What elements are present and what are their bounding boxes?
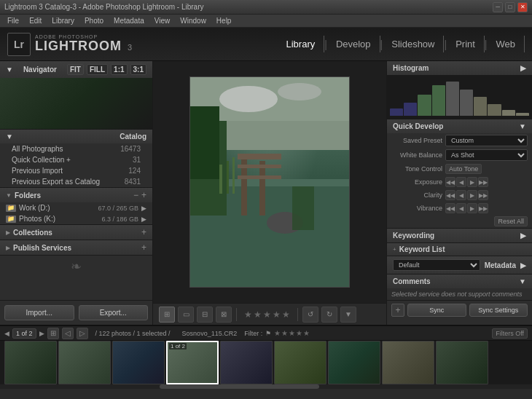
thumb-6[interactable] <box>274 341 326 384</box>
publish-services-header[interactable]: ▶ Publish Services + <box>0 240 152 255</box>
exposure-dec-large[interactable]: ◀◀ <box>445 177 455 187</box>
folder-photos[interactable]: 📁 Photos (K:) 6.3 / 186 GB ▶ <box>0 213 152 224</box>
sync-plus-button[interactable]: + <box>391 304 404 317</box>
catalog-header[interactable]: ▼ Catalog <box>0 130 152 143</box>
rotate-left-button[interactable]: ↺ <box>302 307 318 323</box>
menu-file[interactable]: File <box>3 16 23 25</box>
zoom-3-1[interactable]: 3:1 <box>130 64 146 75</box>
folders-header[interactable]: ▼ Folders − + <box>0 188 152 202</box>
vibrance-dec[interactable]: ◀ <box>456 203 466 213</box>
menu-view[interactable]: View <box>150 16 175 25</box>
zoom-1-1[interactable]: 1:1 <box>111 64 127 75</box>
loupe-view-button[interactable]: ▭ <box>178 307 194 323</box>
thumb-5[interactable] <box>220 341 273 384</box>
folders-minus[interactable]: − <box>133 190 138 200</box>
folder-arrow-work[interactable]: ▶ <box>141 205 146 212</box>
vibrance-dec-large[interactable]: ◀◀ <box>445 203 455 213</box>
next-page-button[interactable]: ▶ <box>39 330 44 337</box>
navigator-header[interactable]: ▼ Navigator FIT FILL 1:1 3:1 <box>0 61 152 78</box>
zoom-fill[interactable]: FILL <box>87 64 108 75</box>
filmstrip-nav-prev[interactable]: ◁ <box>62 328 74 339</box>
grid-view-button[interactable]: ⊞ <box>159 307 175 323</box>
zoom-fit[interactable]: FIT <box>67 64 84 75</box>
more-options-button[interactable]: ▼ <box>340 307 356 323</box>
filter-flag-icon[interactable]: ⚑ <box>265 330 271 337</box>
tab-library[interactable]: Library <box>277 36 324 52</box>
catalog-all-photos[interactable]: All Photographs 16473 <box>0 143 152 154</box>
filters-off-button[interactable]: Filters Off <box>492 328 528 339</box>
wb-select[interactable]: As Shot <box>445 149 528 161</box>
filter-star-1[interactable]: ★ <box>274 329 281 337</box>
main-image-area[interactable] <box>153 61 386 303</box>
comments-header[interactable]: Comments ▼ <box>387 274 532 288</box>
filmstrip-nav-next[interactable]: ▷ <box>77 328 88 339</box>
vibrance-inc[interactable]: ▶ <box>467 203 477 213</box>
sync-settings-button[interactable]: Sync Settings <box>469 304 528 317</box>
filmstrip-grid-button[interactable]: ⊞ <box>47 328 59 339</box>
collections-header[interactable]: ▶ Collections + <box>0 225 152 240</box>
filmstrip-scrollbar[interactable] <box>0 384 532 389</box>
metadata-header[interactable]: Default Metadata ▶ <box>387 256 532 274</box>
vibrance-inc-large[interactable]: ▶▶ <box>478 203 488 213</box>
catalog-previous-export[interactable]: Previous Export as Catalog 8431 <box>0 176 152 187</box>
import-button[interactable]: Import... <box>4 305 74 320</box>
exposure-dec[interactable]: ◀ <box>456 177 466 187</box>
thumb-2[interactable] <box>58 341 111 384</box>
exposure-inc-large[interactable]: ▶▶ <box>478 177 488 187</box>
survey-view-button[interactable]: ⊠ <box>216 307 232 323</box>
menu-help[interactable]: Help <box>212 16 236 25</box>
catalog-previous-import[interactable]: Previous Import 124 <box>0 165 152 176</box>
auto-tone-button[interactable]: Auto Tone <box>445 164 482 174</box>
clarity-dec[interactable]: ◀ <box>456 190 466 200</box>
filter-star-4[interactable]: ★ <box>296 329 302 337</box>
rotate-right-button[interactable]: ↻ <box>321 307 337 323</box>
star-2[interactable]: ★ <box>254 309 262 320</box>
menu-photo[interactable]: Photo <box>80 16 108 25</box>
star-1[interactable]: ★ <box>244 309 252 320</box>
thumb-7[interactable] <box>328 341 380 384</box>
histogram-header[interactable]: Histogram ▶ <box>387 61 532 75</box>
export-button[interactable]: Export... <box>79 305 149 320</box>
menu-library[interactable]: Library <box>47 16 79 25</box>
close-button[interactable]: ✕ <box>517 2 528 12</box>
thumb-9[interactable] <box>436 341 488 384</box>
exposure-inc[interactable]: ▶ <box>467 177 477 187</box>
compare-view-button[interactable]: ⊟ <box>197 307 213 323</box>
keyword-list-header[interactable]: + Keyword List <box>387 243 532 256</box>
tab-print[interactable]: Print <box>447 36 485 52</box>
saved-preset-select[interactable]: Custom <box>445 135 528 146</box>
clarity-inc-large[interactable]: ▶▶ <box>478 190 488 200</box>
keywording-header[interactable]: Keywording ▶ <box>387 229 532 242</box>
tab-slideshow[interactable]: Slideshow <box>383 36 444 52</box>
folder-arrow-photos[interactable]: ▶ <box>141 216 146 223</box>
folder-work[interactable]: 📁 Work (D:) 67.0 / 265 GB ▶ <box>0 202 152 213</box>
thumb-3[interactable] <box>112 341 165 384</box>
filter-star-2[interactable]: ★ <box>281 329 288 337</box>
maximize-button[interactable]: □ <box>505 2 515 12</box>
tab-develop[interactable]: Develop <box>327 36 380 52</box>
folders-plus[interactable]: + <box>141 190 146 200</box>
prev-page-button[interactable]: ◀ <box>4 330 9 337</box>
menu-metadata[interactable]: Metadata <box>109 16 149 25</box>
thumb-8[interactable] <box>382 341 434 384</box>
menu-window[interactable]: Window <box>176 16 211 25</box>
clarity-inc[interactable]: ▶ <box>467 190 477 200</box>
metadata-preset-select[interactable]: Default <box>393 259 480 271</box>
star-4[interactable]: ★ <box>273 309 281 320</box>
reset-all-button[interactable]: Reset All <box>494 216 528 226</box>
tab-web[interactable]: Web <box>488 36 525 52</box>
clarity-dec-large[interactable]: ◀◀ <box>445 190 455 200</box>
star-3[interactable]: ★ <box>263 309 271 320</box>
collections-plus[interactable]: + <box>141 227 146 237</box>
catalog-quick-collection[interactable]: Quick Collection + 31 <box>0 154 152 165</box>
thumb-4[interactable]: 1 of 2 <box>166 341 219 384</box>
filter-star-3[interactable]: ★ <box>289 329 295 337</box>
filter-star-5[interactable]: ★ <box>303 329 310 337</box>
navigator-preview[interactable] <box>0 78 152 129</box>
star-5[interactable]: ★ <box>282 309 290 320</box>
thumb-1[interactable] <box>4 341 57 384</box>
scroll-thumb[interactable] <box>160 384 319 389</box>
minimize-button[interactable]: ─ <box>493 2 503 12</box>
menu-edit[interactable]: Edit <box>25 16 46 25</box>
publish-plus[interactable]: + <box>141 242 146 253</box>
